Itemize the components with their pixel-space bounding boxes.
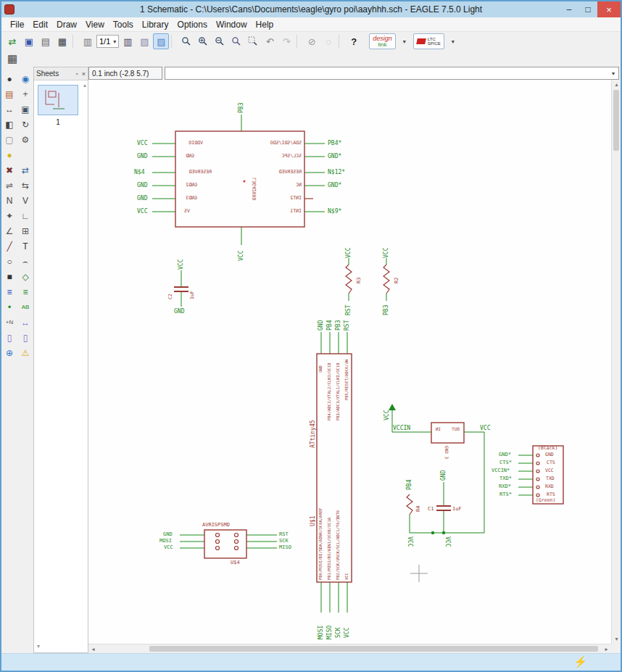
wire-tool-icon[interactable]: ╱ [1,238,17,254]
split-tool-icon[interactable]: ∠ [1,223,17,238]
move-tool-icon[interactable]: ↔ [1,101,17,117]
errors-tool-icon[interactable]: ⚠ [17,345,33,360]
replace-tool-icon[interactable]: ⇌ [1,178,17,193]
ltspice-button[interactable]: LTC SPICE [413,33,444,49]
arc-tool-icon[interactable]: ⌢ [17,254,33,269]
float-panel-icon[interactable]: ▫ [76,70,78,78]
ftdi-header-symbol[interactable] [533,446,563,504]
sheets-panel-header[interactable]: Sheets ▫ × [34,67,88,80]
help-button[interactable]: ? [346,33,362,49]
grid-button[interactable]: ▦ [4,51,20,67]
menu-view[interactable]: View [81,19,109,30]
vertical-scrollbar[interactable]: ▴ ▾ [611,80,621,644]
schematic-canvas[interactable]: VCCGNDN$4GNDGNDVCCPB4*GND*N$12*GND*N$9*P… [88,80,621,653]
menu-help[interactable]: Help [252,19,278,30]
smash-tool-icon[interactable]: ✦ [1,208,17,223]
titlebar[interactable]: 1 Schematic - C:\Users\Cans\Documents\ea… [1,1,621,17]
menu-window[interactable]: Window [212,19,252,30]
attribute-tool-icon[interactable]: +N [1,315,17,330]
chevron-down-icon[interactable]: ▾ [608,70,618,77]
design-link-dropdown[interactable]: ▾ [397,33,412,49]
undo-button[interactable]: ↶ [262,33,278,49]
rect-tool-icon[interactable]: ■ [1,269,17,284]
pinswap-tool-icon[interactable]: ⇄ [17,162,33,178]
ruler-button[interactable]: ▥ [80,33,96,49]
frame-a-tool-icon[interactable]: ▯ [1,330,17,345]
label-tool-icon[interactable]: AB [17,299,33,315]
value-tool-icon[interactable]: V [17,193,33,208]
print-button[interactable]: ▤ [38,33,54,49]
close-button[interactable]: × [597,1,621,17]
text-tool-icon[interactable]: T [17,238,33,254]
menu-edit[interactable]: Edit [28,19,52,30]
erc-tool-icon[interactable]: ⊕ [1,345,17,360]
regulator-symbol[interactable] [431,423,464,443]
frame-b-tool-icon[interactable]: ▯ [17,330,33,345]
zoom-scale-select[interactable]: 1/1 ▾ [96,35,119,48]
delete-tool-icon[interactable]: ✖ [1,162,17,178]
change-tool-icon[interactable]: ⚙ [17,132,33,147]
menu-tools[interactable]: Tools [109,19,138,30]
save-button[interactable]: ▣ [21,33,37,49]
gateswap-tool-icon[interactable]: ⇆ [17,178,33,193]
scroll-left-icon[interactable]: ◂ [88,644,98,653]
attiny45-symbol[interactable] [317,354,352,582]
mark-tool-icon[interactable]: + [17,86,33,101]
schematic-wires[interactable] [152,115,533,613]
vertical-scroll-thumb[interactable] [613,90,619,151]
menu-library[interactable]: Library [138,19,173,30]
invoke-tool-icon[interactable]: ⊞ [17,223,33,238]
command-combobox[interactable]: ▾ [165,67,619,80]
polygon-tool-icon[interactable]: ◇ [17,269,33,284]
miter-tool-icon[interactable]: ∟ [17,208,33,223]
open-recent-button[interactable]: ⇄ [4,33,20,49]
menu-options[interactable]: Options [173,19,212,30]
ltspice-dropdown[interactable]: ▾ [445,33,461,49]
sheet-thumbnail-label[interactable]: 1 [34,118,82,126]
go-button[interactable]: ◌ [320,33,336,49]
scroll-right-icon[interactable]: ▸ [602,644,611,653]
junction-tool-icon[interactable]: • [1,299,17,315]
net-tool-icon[interactable]: ≡ [17,284,33,299]
menu-file[interactable]: File [6,19,28,30]
design-link-button[interactable]: design link [369,33,396,49]
redo-button[interactable]: ↷ [278,33,294,49]
menubar: File Edit Draw View Tools Library Option… [1,17,621,32]
zoom-out-button[interactable] [212,33,228,49]
columns-button[interactable]: ▥ [120,33,136,49]
name-tool-icon[interactable]: N [1,193,17,208]
bus-tool-icon[interactable]: ≡ [1,284,17,299]
zoom-fit-button[interactable] [178,33,194,49]
zoom-select-button[interactable] [245,33,261,49]
minimize-button[interactable]: – [560,1,579,17]
group-tool-icon[interactable]: ▢ [1,132,17,147]
copy-tool-icon[interactable]: ▣ [17,101,33,117]
display-layers-icon[interactable]: ▤ [1,86,17,101]
horizontal-scroll-thumb[interactable] [149,646,598,652]
command-input[interactable] [165,67,608,79]
scroll-down-icon[interactable]: ▾ [612,634,621,644]
dimension-tool-icon[interactable]: ↔ [17,315,33,330]
scroll-up-icon[interactable]: ▴ [83,82,86,88]
gyro-symbol[interactable] [175,131,304,227]
maximize-button[interactable]: □ [579,1,597,17]
image-b-button[interactable]: ▨ [153,33,169,49]
avrisp-header-symbol[interactable] [204,530,246,558]
stop-button[interactable]: ⊘ [304,33,320,49]
image-a-button[interactable]: ▧ [136,33,152,49]
menu-draw[interactable]: Draw [52,19,81,30]
export-image-button[interactable]: ▦ [54,33,70,49]
paste-tool-icon[interactable]: ● [1,147,17,162]
mirror-tool-icon[interactable]: ◧ [1,117,17,132]
circle-tool-icon[interactable]: ○ [1,254,17,269]
zoom-in-button[interactable] [195,33,211,49]
zoom-redraw-button[interactable] [228,33,244,49]
rotate-tool-icon[interactable]: ↻ [17,117,33,132]
info-tool-icon[interactable]: ● [1,71,17,86]
show-tool-icon[interactable]: ◉ [17,71,33,86]
scroll-up-icon[interactable]: ▴ [612,80,621,89]
horizontal-scrollbar[interactable]: ◂ ▸ [88,644,611,653]
sheet-thumbnail[interactable] [38,85,78,115]
scroll-down-icon[interactable]: ▾ [37,643,40,650]
close-panel-icon[interactable]: × [82,70,86,78]
